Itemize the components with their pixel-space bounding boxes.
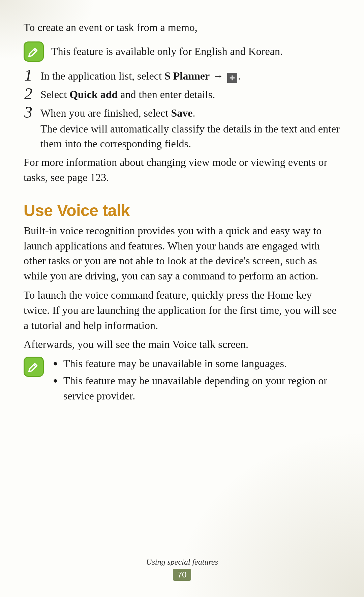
page-number-badge: 70 [173, 569, 191, 581]
voice-paragraph-2: To launch the voice command feature, qui… [24, 288, 340, 333]
step-1: In the application list, select S Planne… [24, 68, 340, 84]
voice-paragraph-1: Built-in voice recognition provides you … [24, 223, 340, 283]
step-3-bold: Save [171, 107, 192, 119]
step-3: When you are finished, select Save. The … [24, 106, 340, 151]
note-list-2: This feature may be unavailable in some … [51, 356, 340, 405]
footer-section-title: Using special features [0, 558, 364, 567]
plus-icon [227, 73, 237, 83]
more-info-text: For more information about changing view… [24, 155, 340, 185]
step-1-bold: S Planner [164, 70, 210, 82]
step-1-arrow: → [210, 70, 226, 82]
step-2: Select Quick add and then enter details. [24, 87, 340, 102]
note-2-item-1: This feature may be unavailable in some … [51, 356, 340, 371]
manual-page: To create an event or task from a memo, … [0, 0, 364, 597]
steps-list: In the application list, select S Planne… [24, 68, 340, 151]
step-2-text-a: Select [40, 88, 69, 100]
note-icon [24, 357, 44, 377]
step-2-text-c: and then enter details. [118, 88, 215, 100]
step-2-bold: Quick add [69, 88, 118, 100]
page-footer: Using special features 70 [0, 558, 364, 581]
intro-text: To create an event or task from a memo, [24, 20, 340, 35]
voice-paragraph-3: Afterwards, you will see the main Voice … [24, 337, 340, 352]
step-1-text-a: In the application list, select [40, 70, 164, 82]
note-2-item-2: This feature may be unavailable dependin… [51, 373, 340, 404]
note-block-2: This feature may be unavailable in some … [24, 356, 340, 405]
step-3-sub: The device will automatically classify t… [40, 121, 340, 152]
note-block-1: This feature is available only for Engli… [24, 41, 340, 62]
step-3-text-a: When you are finished, select [40, 107, 171, 119]
note-text-1: This feature is available only for Engli… [51, 41, 283, 59]
note-icon [24, 41, 44, 62]
step-1-text-d: . [238, 70, 241, 82]
section-heading: Use Voice talk [24, 201, 340, 220]
step-3-text-c: . [192, 107, 195, 119]
